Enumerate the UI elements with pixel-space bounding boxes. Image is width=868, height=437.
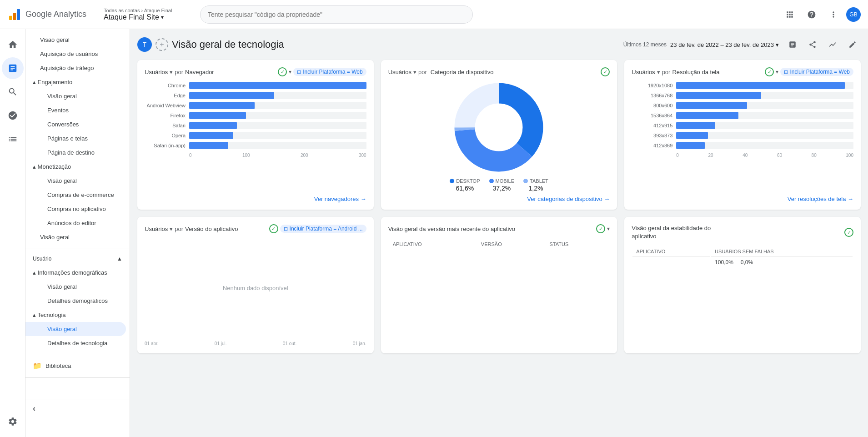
- sidenav-settings[interactable]: [2, 411, 24, 432]
- latest-version-check-icon: ✓: [596, 224, 605, 233]
- nav-section-engajamento[interactable]: ▴ Engajamento: [25, 75, 130, 89]
- nav-item-visao-geral-top[interactable]: Visão geral: [25, 33, 126, 47]
- resolution-card-title: Usuários ▾ por Resolução da tela: [632, 69, 719, 75]
- user-avatar[interactable]: GB: [846, 7, 861, 22]
- browser-card: Usuários ▾ por Navegador ✓ ▾ ⊟ Incluir P…: [137, 60, 374, 210]
- topbar-actions: GB: [781, 5, 861, 24]
- breadcrumb[interactable]: Todas as contas › Ataque Final Ataque Fi…: [104, 8, 195, 21]
- device-check-icon: ✓: [601, 67, 610, 76]
- stability-table: APLICATIVO USUÁRIOS SEM FALHAS 100,0% 0,…: [632, 246, 853, 268]
- app-name: Google Analytics: [25, 10, 86, 19]
- nav-item-conversoes[interactable]: Conversões: [25, 117, 126, 131]
- share-icon[interactable]: [804, 36, 821, 53]
- date-range[interactable]: Últimos 12 meses 23 de fev. de 2022 – 23…: [623, 41, 779, 48]
- top-cards-grid: Usuários ▾ por Navegador ✓ ▾ ⊟ Incluir P…: [137, 60, 861, 210]
- nav-section-tecnologia[interactable]: ▴ Tecnologia: [25, 308, 130, 322]
- analytics-icon[interactable]: [824, 36, 841, 53]
- sidenav-home[interactable]: [2, 34, 24, 55]
- apps-icon[interactable]: [781, 5, 799, 24]
- resolution-dropdown-btn[interactable]: ▾: [776, 69, 778, 75]
- resolution-filter[interactable]: ⊟ Incluir Plataforma = Web: [780, 68, 853, 76]
- add-comparison-btn[interactable]: +: [156, 38, 168, 51]
- stab-col-aplicativo: APLICATIVO: [632, 247, 710, 256]
- browser-card-title: Usuários ▾ por Navegador: [145, 69, 214, 75]
- device-metric-dropdown[interactable]: ▾: [413, 69, 416, 75]
- resolution-card-actions: ✓ ▾ ⊟ Incluir Plataforma = Web: [765, 67, 853, 76]
- nav-item-dem-visao[interactable]: Visão geral: [25, 280, 126, 294]
- more-options-icon[interactable]: [824, 5, 843, 24]
- nav-item-engajamento-visao[interactable]: Visão geral: [25, 89, 126, 103]
- browser-filter[interactable]: ⊟ Incluir Plataforma = Web: [293, 68, 366, 76]
- app-version-x-labels: 01 abr. 01 jul. 01 out. 01 jan.: [145, 337, 366, 346]
- latest-version-dropdown-btn[interactable]: ▾: [607, 226, 610, 232]
- nav-item-aquisicao-usuarios[interactable]: Aquisição de usuários: [25, 47, 126, 61]
- nav-item-compras-aplicativo[interactable]: Compras no aplicativo: [25, 202, 126, 216]
- nav-item-aquisicao-trafego[interactable]: Aquisição de tráfego: [25, 61, 126, 75]
- date-range-value[interactable]: 23 de fev. de 2022 – 23 de fev. de 2023 …: [670, 41, 779, 48]
- resolution-card-header: Usuários ▾ por Resolução da tela ✓ ▾ ⊟ I…: [632, 67, 853, 76]
- resolution-card-link[interactable]: Ver resoluções de tela →: [632, 192, 853, 202]
- app-version-filter[interactable]: ⊟ Incluir Plataforma = Android ...: [280, 225, 366, 233]
- app-version-metric-dropdown[interactable]: ▾: [170, 226, 173, 232]
- browser-card-actions: ✓ ▾ ⊟ Incluir Plataforma = Web: [278, 67, 366, 76]
- app-version-card-header: Usuários ▾ por Versão do aplicativo ✓ ⊟ …: [145, 224, 366, 233]
- left-panel-collapse-btn[interactable]: ‹: [25, 400, 130, 417]
- browser-card-link[interactable]: Ver navegadores →: [145, 192, 366, 202]
- app-version-check-icon: ✓: [269, 224, 278, 233]
- nav-item-biblioteca[interactable]: 📁 Biblioteca: [25, 358, 126, 374]
- browser-metric-dropdown[interactable]: ▾: [170, 69, 173, 75]
- header-actions: [784, 36, 861, 53]
- app-version-no-data: Nenhum dado disponível: [145, 239, 366, 337]
- browser-dropdown-btn[interactable]: ▾: [289, 69, 291, 75]
- ga-logo-icon: [7, 7, 22, 22]
- page-avatar: T: [137, 37, 152, 52]
- nav-item-pagina-destino[interactable]: Página de destino: [25, 146, 126, 160]
- legend-tablet: TABLET 1,2%: [523, 178, 548, 192]
- resolution-metric-dropdown[interactable]: ▾: [657, 69, 660, 75]
- device-card-title: Usuários ▾ por Categoria de dispositivo: [388, 69, 494, 75]
- resolution-x-labels: 0 20 40 60 80 100: [632, 153, 853, 158]
- nav-item-detalhes-tecnologia[interactable]: Detalhes de tecnologia: [25, 336, 126, 350]
- help-icon[interactable]: [803, 5, 821, 24]
- nav-section-monetizacao[interactable]: ▴ Monetização: [25, 160, 130, 174]
- sidenav-advertising[interactable]: [2, 105, 24, 126]
- main-content: T + Visão geral de tecnologia Últimos 12…: [130, 29, 868, 437]
- nav-item-paginas-telas[interactable]: Páginas e telas: [25, 131, 126, 146]
- sidenav-explore[interactable]: [2, 81, 24, 103]
- donut-chart: [453, 82, 544, 173]
- sidenav-bottom: [2, 410, 24, 433]
- col-aplicativo: APLICATIVO: [389, 240, 477, 249]
- nav-item-tecnologia-visao[interactable]: Visão geral: [25, 322, 126, 336]
- page-title: Visão geral de tecnologia: [172, 39, 284, 50]
- device-card-link[interactable]: Ver categorias de dispositivo →: [388, 192, 610, 202]
- nav-item-eventos[interactable]: Eventos: [25, 103, 126, 117]
- browser-bar-chart: Chrome Edge Android Webview Firefox Safa…: [145, 82, 366, 192]
- topbar: Google Analytics Todas as contas › Ataqu…: [0, 0, 868, 29]
- nav-item-detalhes-demograficos[interactable]: Detalhes demográficos: [25, 294, 126, 308]
- bottom-cards-grid: Usuários ▾ por Versão do aplicativo ✓ ⊟ …: [137, 217, 861, 353]
- nav-item-compras-ecommerce[interactable]: Compras de e-commerce: [25, 188, 126, 202]
- report-icon[interactable]: [784, 36, 801, 53]
- search-input[interactable]: [200, 5, 473, 24]
- sidenav-lists[interactable]: [2, 128, 24, 150]
- bar-row-safari: Safari: [145, 122, 366, 129]
- browser-card-header: Usuários ▾ por Navegador ✓ ▾ ⊟ Incluir P…: [145, 67, 366, 76]
- bar-row-safari-inapp: Safari (in-app): [145, 142, 366, 149]
- left-panel: Visão geral Aquisição de usuários Aquisi…: [25, 29, 130, 437]
- user-section-title[interactable]: Usuário ▲: [33, 256, 122, 262]
- device-card-header: Usuários ▾ por Categoria de dispositivo …: [388, 67, 610, 76]
- browser-check-icon: ✓: [278, 67, 287, 76]
- col-versao: VERSÃO: [477, 240, 545, 249]
- nav-item-visao-geral-bottom[interactable]: Visão geral: [25, 230, 126, 244]
- page-header-left: T + Visão geral de tecnologia: [137, 37, 284, 52]
- resolution-card: Usuários ▾ por Resolução da tela ✓ ▾ ⊟ I…: [624, 60, 861, 210]
- arrow-annotation: [25, 321, 28, 337]
- svg-rect-2: [17, 9, 20, 20]
- property-selector[interactable]: Ataque Final Site ▾: [104, 13, 195, 21]
- nav-item-monetizacao-visao[interactable]: Visão geral: [25, 174, 126, 188]
- nav-section-demograficas[interactable]: ▴ Informações demográficas: [25, 266, 130, 280]
- nav-item-anuncios-editor[interactable]: Anúncios do editor: [25, 216, 126, 230]
- sidenav-reports[interactable]: [2, 57, 24, 79]
- edit-icon[interactable]: [844, 36, 861, 53]
- bar-row-412x915: 412x915: [632, 122, 853, 129]
